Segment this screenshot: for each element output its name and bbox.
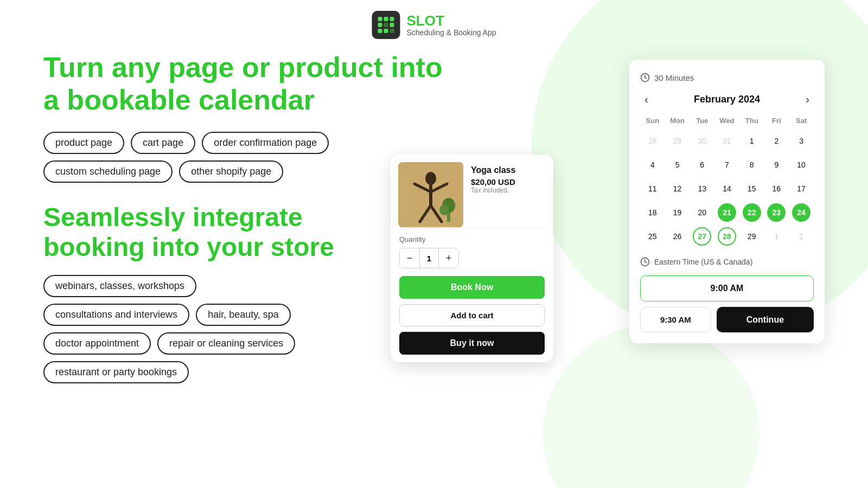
calendar-day-cell[interactable]: 28 bbox=[714, 224, 739, 248]
product-card: Yoga class $20,00 USD Tax included. Quan… bbox=[391, 155, 553, 362]
calendar-day-cell[interactable]: 26 bbox=[665, 224, 690, 248]
calendar-day-cell[interactable]: 7 bbox=[714, 153, 739, 177]
tag-consultations: consultations and interviews bbox=[43, 304, 189, 326]
calendar-day-cell[interactable]: 16 bbox=[764, 177, 789, 201]
logo-icon bbox=[372, 11, 400, 39]
calendar-day-cell[interactable]: 24 bbox=[789, 201, 814, 224]
product-tax: Tax included. bbox=[471, 187, 515, 194]
day-circle: 4 bbox=[643, 156, 662, 174]
calendar-day-cell[interactable]: 18 bbox=[640, 201, 665, 224]
cal-actions: 9:30 AM Continue bbox=[640, 307, 814, 332]
day-circle: 14 bbox=[718, 179, 736, 198]
calendar-day-cell[interactable]: 13 bbox=[690, 177, 714, 201]
day-circle: 7 bbox=[718, 156, 736, 174]
calendar-day-cell[interactable]: 20 bbox=[690, 201, 714, 224]
calendar-day-cell[interactable]: 22 bbox=[739, 201, 764, 224]
calendar-week-row: 252627282912 bbox=[640, 224, 814, 248]
calendar-week-row: 45678910 bbox=[640, 153, 814, 177]
tag-product-page: product page bbox=[43, 132, 124, 154]
tag-cart-page: cart page bbox=[131, 132, 195, 154]
add-to-cart-button[interactable]: Add to cart bbox=[399, 304, 545, 326]
product-name: Yoga class bbox=[471, 165, 515, 175]
day-circle: 22 bbox=[743, 203, 761, 222]
day-circle: 21 bbox=[718, 203, 736, 222]
calendar-body: 2829303112345678910111213141516171819202… bbox=[640, 129, 814, 248]
day-circle: 2 bbox=[767, 132, 786, 150]
calendar-day-cell[interactable]: 8 bbox=[739, 153, 764, 177]
buy-it-now-button[interactable]: Buy it now bbox=[399, 332, 545, 355]
calendar-day-cell[interactable]: 25 bbox=[640, 224, 665, 248]
day-circle: 1 bbox=[743, 132, 761, 150]
prev-month-button[interactable]: ‹ bbox=[640, 92, 653, 107]
dow-fri: Fri bbox=[764, 114, 789, 129]
next-month-button[interactable]: › bbox=[801, 92, 814, 107]
product-body: Quantity − 1 + Book Now Add to cart Buy … bbox=[391, 228, 553, 362]
day-circle: 29 bbox=[668, 132, 687, 150]
calendar-day-cell[interactable]: 17 bbox=[789, 177, 814, 201]
calendar-day-cell[interactable]: 27 bbox=[690, 224, 714, 248]
svg-point-10 bbox=[425, 172, 436, 185]
calendar-day-cell: 29 bbox=[665, 129, 690, 153]
calendar-day-cell: 2 bbox=[789, 224, 814, 248]
day-circle: 29 bbox=[743, 227, 761, 246]
calendar-day-cell[interactable]: 9 bbox=[764, 153, 789, 177]
logo-svg bbox=[376, 16, 395, 34]
quantity-decrease-button[interactable]: − bbox=[400, 248, 419, 268]
calendar-day-cell[interactable]: 3 bbox=[789, 129, 814, 153]
svg-line-21 bbox=[645, 78, 647, 79]
calendar-day-cell[interactable]: 15 bbox=[739, 177, 764, 201]
calendar-day-cell: 28 bbox=[640, 129, 665, 153]
dow-tue: Tue bbox=[690, 114, 714, 129]
calendar-day-cell[interactable]: 19 bbox=[665, 201, 690, 224]
timezone-clock-icon bbox=[640, 257, 650, 267]
calendar-day-cell[interactable]: 4 bbox=[640, 153, 665, 177]
cal-header: ‹ February 2024 › bbox=[640, 92, 814, 107]
calendar-day-cell[interactable]: 21 bbox=[714, 201, 739, 224]
day-circle: 19 bbox=[668, 203, 687, 222]
bg-circle-2 bbox=[542, 325, 760, 488]
day-circle: 25 bbox=[643, 227, 662, 246]
book-now-button[interactable]: Book Now bbox=[399, 276, 545, 299]
day-circle: 30 bbox=[693, 132, 711, 150]
calendar-day-cell[interactable]: 14 bbox=[714, 177, 739, 201]
calendar-day-cell[interactable]: 6 bbox=[690, 153, 714, 177]
dow-sun: Sun bbox=[640, 114, 665, 129]
tag-repair: repair or cleaning services bbox=[157, 332, 295, 355]
day-circle: 3 bbox=[792, 132, 810, 150]
day-circle: 13 bbox=[693, 179, 711, 198]
quantity-label: Quantity bbox=[399, 235, 545, 243]
svg-rect-7 bbox=[384, 29, 388, 33]
calendar-day-cell[interactable]: 29 bbox=[739, 224, 764, 248]
quantity-increase-button[interactable]: + bbox=[439, 248, 458, 268]
cal-timezone: Eastern Time (US & Canada) bbox=[640, 257, 814, 267]
calendar-day-cell[interactable]: 23 bbox=[764, 201, 789, 224]
calendar-grid: Sun Mon Tue Wed Thu Fri Sat 282930311234… bbox=[640, 114, 814, 248]
day-circle: 28 bbox=[643, 132, 662, 150]
cal-duration: 30 Minutes bbox=[640, 73, 814, 82]
day-circle: 5 bbox=[668, 156, 687, 174]
app-title: SLOT bbox=[406, 13, 496, 29]
calendar-day-cell[interactable]: 10 bbox=[789, 153, 814, 177]
calendar-day-cell[interactable]: 5 bbox=[665, 153, 690, 177]
day-circle: 11 bbox=[643, 179, 662, 198]
svg-rect-4 bbox=[384, 23, 388, 27]
calendar-day-cell[interactable]: 12 bbox=[665, 177, 690, 201]
day-circle: 27 bbox=[693, 227, 711, 246]
calendar-day-cell[interactable]: 11 bbox=[640, 177, 665, 201]
calendar-day-cell[interactable]: 1 bbox=[739, 129, 764, 153]
day-circle: 20 bbox=[693, 203, 711, 222]
day-circle: 1 bbox=[767, 227, 786, 246]
calendar-day-cell[interactable]: 2 bbox=[764, 129, 789, 153]
dow-sat: Sat bbox=[789, 114, 814, 129]
day-circle: 10 bbox=[792, 156, 810, 174]
day-circle: 26 bbox=[668, 227, 687, 246]
product-image bbox=[398, 162, 463, 227]
tag-custom-scheduling: custom scheduling page bbox=[43, 160, 173, 183]
day-circle: 9 bbox=[767, 156, 786, 174]
time-slot-1[interactable]: 9:00 AM bbox=[640, 275, 814, 301]
quantity-value: 1 bbox=[419, 248, 439, 268]
continue-button[interactable]: Continue bbox=[717, 307, 814, 332]
time-slot-2-button[interactable]: 9:30 AM bbox=[640, 307, 711, 332]
svg-rect-5 bbox=[390, 23, 394, 27]
day-circle: 12 bbox=[668, 179, 687, 198]
